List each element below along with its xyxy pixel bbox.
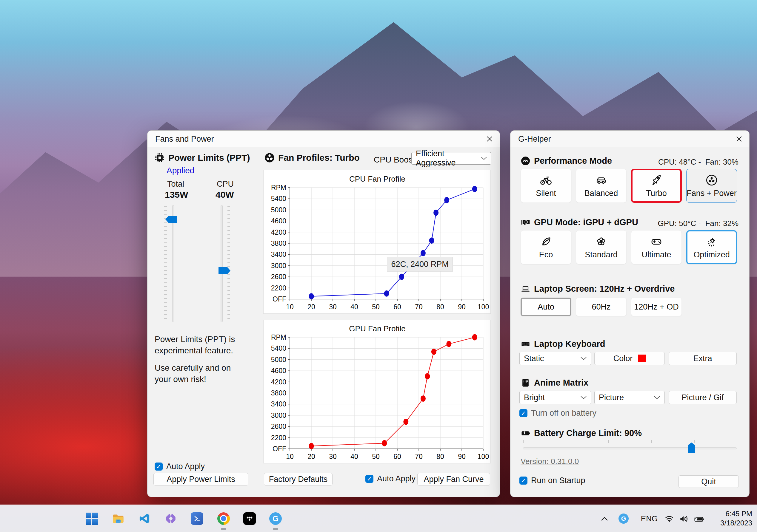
svg-text:70: 70 <box>415 303 423 311</box>
anime-brightness-value: Bright <box>524 393 545 402</box>
keyboard-mode-select[interactable]: Static <box>519 352 591 365</box>
apply-power-limits-button[interactable]: Apply Power Limits <box>153 473 248 486</box>
perf-mode-balanced-button[interactable]: Balanced <box>576 169 626 203</box>
power-warning-text-2: Use carefully and on your own risk! <box>155 362 244 385</box>
chrome-button[interactable] <box>217 512 230 525</box>
file-explorer-button[interactable] <box>112 512 125 525</box>
checkbox-checked-icon[interactable]: ✓ <box>365 475 374 483</box>
start-button[interactable] <box>85 512 98 525</box>
gpu-mode-ultimate-label: Ultimate <box>642 250 671 260</box>
ghelper-titlebar[interactable]: G-Helper <box>510 131 749 147</box>
factory-defaults-button[interactable]: Factory Defaults <box>264 473 333 486</box>
cpu-fan-curve-chart[interactable]: 102030405060708090100OFF2200260030003400… <box>263 170 491 314</box>
cpu-boost-value: Efficient Aggressive <box>416 149 481 168</box>
tray-show-hidden-button[interactable] <box>599 514 610 524</box>
leaf-icon <box>540 235 552 248</box>
svg-text:RPM: RPM <box>271 184 286 191</box>
gpu-fan-curve-chart[interactable]: 102030405060708090100OFF2200260030003400… <box>263 320 491 463</box>
tray-ghelper-button[interactable]: G <box>619 514 629 524</box>
gpu-mode-optimized-label: Optimized <box>693 250 730 260</box>
fan-auto-apply-checkbox[interactable]: ✓ Auto Apply <box>365 474 415 483</box>
rocket-icon <box>650 174 663 186</box>
svg-text:90: 90 <box>458 453 466 461</box>
perf-mode-turbo-button[interactable]: Turbo <box>631 169 682 203</box>
fans-titlebar[interactable]: Fans and Power <box>147 131 500 147</box>
tray-language-button[interactable]: ENG <box>639 514 659 524</box>
gpu-mode-eco-label: Eco <box>539 250 553 260</box>
anime-picture-gif-button[interactable]: Picture / Gif <box>669 391 737 404</box>
chevron-down-icon <box>580 396 587 399</box>
screen: Fans and Power Power Limits (PPT) Applie… <box>0 0 757 532</box>
svg-text:2200: 2200 <box>271 284 286 292</box>
anime-matrix-icon <box>521 378 530 388</box>
checkbox-checked-icon[interactable]: ✓ <box>155 462 163 471</box>
svg-text:3000: 3000 <box>271 411 286 419</box>
perf-mode-silent-label: Silent <box>536 189 556 198</box>
visual-studio-button[interactable] <box>164 512 177 525</box>
keyboard-extra-button[interactable]: Extra <box>669 352 737 365</box>
gpu-mode-standard-button[interactable]: Standard <box>576 230 626 264</box>
svg-text:5000: 5000 <box>271 206 286 214</box>
tray-volume-button[interactable] <box>678 514 689 524</box>
bicycle-icon <box>540 174 552 186</box>
svg-text:20: 20 <box>308 303 315 311</box>
screen-auto-button[interactable]: Auto <box>521 297 571 316</box>
gpu-mode-eco-button[interactable]: Eco <box>521 230 571 264</box>
fans-window-title: Fans and Power <box>155 131 214 147</box>
ghelper-taskbar-button[interactable]: G <box>269 512 282 525</box>
cpu-boost-label: CPU Boost <box>374 155 415 165</box>
cpu-boost-select[interactable]: Efficient Aggressive <box>411 152 491 165</box>
cpu-slider-track[interactable] <box>221 205 223 322</box>
ghelper-close-button[interactable] <box>733 133 746 145</box>
anime-brightness-select[interactable]: Bright <box>519 391 591 404</box>
apply-fan-curve-button[interactable]: Apply Fan Curve <box>417 473 490 486</box>
taskbar: G G ENG <box>0 505 757 532</box>
anime-content-select[interactable]: Picture <box>594 391 665 404</box>
screen-120hz-od-button[interactable]: 120Hz + OD <box>631 297 682 316</box>
fans-power-button[interactable]: Fans + Power <box>686 169 737 203</box>
tray-battery-button[interactable] <box>692 514 705 524</box>
battery-slider-handle[interactable] <box>688 442 695 453</box>
tray-clock[interactable]: 6:45 PM 3/18/2023 <box>720 509 752 527</box>
perf-mode-silent-button[interactable]: Silent <box>521 169 571 203</box>
version-link[interactable]: Version: 0.31.0.0 <box>521 457 579 466</box>
fans-close-button[interactable] <box>483 133 496 145</box>
chrome-running-indicator <box>221 528 226 530</box>
svg-text:80: 80 <box>437 303 444 311</box>
ghelper-running-indicator <box>273 528 278 530</box>
fan-auto-apply-label: Auto Apply <box>377 474 415 483</box>
svg-text:5400: 5400 <box>271 345 286 352</box>
checkbox-checked-icon[interactable]: ✓ <box>519 409 528 417</box>
battery-limit-header: Battery Charge Limit: 90% <box>521 428 642 438</box>
tidal-button[interactable] <box>243 512 256 525</box>
gpu-mode-ultimate-button[interactable]: Ultimate <box>631 230 682 264</box>
gamepad-icon <box>650 235 663 248</box>
chevron-down-icon <box>654 396 660 399</box>
total-slider-handle[interactable] <box>166 216 177 223</box>
anime-battery-checkbox[interactable]: ✓ Turn off on battery <box>519 408 596 418</box>
svg-text:3800: 3800 <box>271 389 286 397</box>
svg-text:GPU Fan Profile: GPU Fan Profile <box>349 324 405 333</box>
tray-date: 3/18/2023 <box>720 518 752 527</box>
svg-text:90: 90 <box>458 303 466 311</box>
tray-wifi-button[interactable] <box>664 514 675 524</box>
laptop-screen-header: Laptop Screen: 120Hz + Overdrive <box>521 284 675 294</box>
svg-text:OFF: OFF <box>273 295 286 303</box>
checkbox-checked-icon[interactable]: ✓ <box>519 477 528 485</box>
keyboard-color-button[interactable]: Color <box>594 352 665 365</box>
applied-link[interactable]: Applied <box>167 166 194 175</box>
svg-text:5400: 5400 <box>271 195 286 203</box>
powershell-button[interactable] <box>191 512 203 525</box>
power-auto-apply-checkbox[interactable]: ✓ Auto Apply <box>155 462 205 471</box>
run-on-startup-checkbox[interactable]: ✓ Run on Startup <box>519 476 585 485</box>
quit-button[interactable]: Quit <box>679 475 739 488</box>
vscode-button[interactable] <box>138 512 151 525</box>
svg-text:4200: 4200 <box>271 228 286 236</box>
gpu-mode-optimized-button[interactable]: Optimized <box>686 230 737 264</box>
svg-text:2600: 2600 <box>271 273 286 281</box>
screen-60hz-button[interactable]: 60Hz <box>576 297 626 316</box>
battery-slider-track[interactable] <box>523 447 737 449</box>
flower-icon <box>595 235 607 248</box>
svg-text:50: 50 <box>372 303 380 311</box>
laptop-icon <box>521 284 530 294</box>
